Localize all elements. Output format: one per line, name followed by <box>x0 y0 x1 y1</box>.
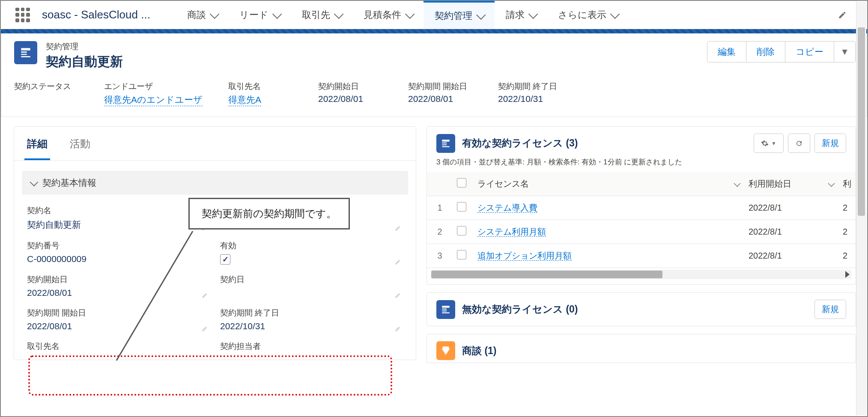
global-nav: 商談 リード 取引先 見積条件 契約管理 請求 さらに表示 <box>176 1 838 29</box>
field-label: 契約番号 <box>27 240 210 251</box>
edit-pencil-icon[interactable] <box>838 11 847 19</box>
opportunity-icon <box>436 341 455 360</box>
field-contract-name: 契約名 契約自動更新 <box>22 201 215 236</box>
col-label: 利用開始日 <box>749 178 791 190</box>
header-summary-fields: 契約ステータス エンドユーザ 得意先Aのエンドユーザ 取引先名 得意先A 契約開… <box>14 81 856 106</box>
select-all-checkbox[interactable] <box>457 178 466 188</box>
col-license-name[interactable]: ライセンス名 <box>473 172 744 196</box>
nav-tab-quote[interactable]: 見積条件 <box>352 1 424 29</box>
field-label: エンドユーザ <box>104 81 203 92</box>
app-name: soasc - SalesCloud ... <box>42 8 150 21</box>
license-link[interactable]: 追加オプション利用月額 <box>477 251 572 261</box>
app-launcher-icon[interactable] <box>15 8 30 22</box>
field-label: 契約開始日 <box>27 274 210 285</box>
field-period-end: 契約期間 終了日 2022/10/31 <box>215 303 408 337</box>
field-contract-number: 契約番号 C-0000000009 <box>22 236 215 270</box>
scrollbar-thumb[interactable] <box>431 271 662 278</box>
nav-tab-more[interactable]: さらに表示 <box>547 1 629 29</box>
field-period-end: 契約期間 終了日 2022/10/31 <box>498 81 562 106</box>
field-start-date: 契約開始日 2022/08/01 <box>318 81 382 106</box>
field-link[interactable]: 得意先A <box>228 94 261 106</box>
nav-label: 請求 <box>506 9 525 21</box>
cell-start-date: 2022/8/1 <box>744 244 838 268</box>
field-link[interactable]: 得意先Aのエンドユーザ <box>104 94 203 106</box>
edit-button[interactable]: 編集 <box>707 41 746 63</box>
related-invalid-licenses: 無効な契約ライセンス (0) 新規 <box>427 292 856 326</box>
sort-icon <box>828 180 835 187</box>
nav-tab-billing[interactable]: 請求 <box>495 1 547 29</box>
col-label: ライセンス名 <box>477 178 529 190</box>
field-contract-date: 契約日 <box>215 270 408 303</box>
field-status: 契約ステータス <box>14 81 78 106</box>
field-label: 契約期間 終了日 <box>498 81 562 92</box>
new-button[interactable]: 新規 <box>814 134 846 153</box>
scrollbar-thumb[interactable] <box>858 27 865 216</box>
license-link[interactable]: システム導入費 <box>477 203 537 213</box>
chevron-down-icon <box>405 9 415 19</box>
card-title[interactable]: 無効な契約ライセンス (0) <box>462 303 578 316</box>
row-checkbox[interactable] <box>457 202 466 211</box>
col-extra[interactable]: 利 <box>838 172 856 196</box>
field-label: 契約日 <box>220 274 403 285</box>
nav-tab-lead[interactable]: リード <box>228 1 291 29</box>
field-active: 有効 <box>215 236 408 270</box>
copy-button[interactable]: コピー <box>785 41 834 63</box>
field-value: 2022/08/01 <box>27 321 210 331</box>
chevron-down-icon <box>210 9 220 19</box>
inline-edit-icon[interactable] <box>201 291 209 299</box>
table-row: 2 システム利用月額 2022/8/1 2 <box>427 220 856 244</box>
chevron-down-icon <box>476 10 486 20</box>
table-header-row: ライセンス名 利用開始日 利 <box>427 172 856 196</box>
nav-tab-contract[interactable]: 契約管理 <box>424 1 495 29</box>
tab-activity[interactable]: 活動 <box>67 132 93 160</box>
inline-edit-icon[interactable] <box>394 325 402 332</box>
field-account-name: 取引先名 <box>22 337 215 360</box>
nav-label: 見積条件 <box>364 9 401 21</box>
scroll-right-icon <box>845 271 850 278</box>
col-start-date[interactable]: 利用開始日 <box>744 172 838 196</box>
row-index: 2 <box>427 220 453 244</box>
record-icon <box>14 41 37 64</box>
license-link[interactable]: システム利用月額 <box>477 227 546 237</box>
nav-label: リード <box>239 9 268 21</box>
delete-button[interactable]: 削除 <box>746 41 785 63</box>
chevron-down-icon <box>334 9 344 19</box>
gear-icon <box>761 140 769 147</box>
inline-edit-icon[interactable] <box>394 224 402 232</box>
settings-button[interactable]: ▼ <box>754 134 784 153</box>
field-period-start: 契約期間 開始日 2022/08/01 <box>22 303 215 337</box>
col-label: 利 <box>843 179 851 188</box>
nav-tab-opportunity[interactable]: 商談 <box>176 1 228 29</box>
chevron-down-icon <box>272 9 282 19</box>
field-label: 契約期間 開始日 <box>408 81 472 92</box>
field-start-date: 契約開始日 2022/08/01 <box>22 270 215 303</box>
field-value: 契約自動更新 <box>27 219 210 231</box>
nav-label: 商談 <box>187 9 206 21</box>
inline-edit-icon[interactable] <box>201 325 209 332</box>
field-label: 取引先名 <box>27 341 210 352</box>
inline-edit-icon[interactable] <box>394 258 402 265</box>
nav-label: 取引先 <box>302 9 330 21</box>
field-value: 2022/08/01 <box>27 288 210 298</box>
inline-edit-icon[interactable] <box>394 291 402 299</box>
card-title[interactable]: 商談 (1) <box>462 344 497 357</box>
brand-band <box>1 29 867 33</box>
tab-detail[interactable]: 詳細 <box>24 132 50 160</box>
vertical-scrollbar[interactable] <box>856 2 866 415</box>
checkbox-checked-icon <box>220 254 230 265</box>
row-checkbox[interactable] <box>457 226 466 235</box>
field-value: 2022/08/01 <box>408 94 472 104</box>
horizontal-scrollbar[interactable] <box>431 270 851 279</box>
cell-start-date: 2022/8/1 <box>744 196 838 220</box>
section-basic-info[interactable]: 契約基本情報 <box>22 171 408 195</box>
refresh-button[interactable] <box>788 134 810 153</box>
row-index: 3 <box>427 244 453 268</box>
related-list-icon <box>436 134 455 153</box>
card-title[interactable]: 有効な契約ライセンス (3) <box>462 137 578 150</box>
more-actions-button[interactable]: ▼ <box>834 41 856 63</box>
row-checkbox[interactable] <box>457 250 466 259</box>
record-title: 契約自動更新 <box>46 53 123 71</box>
chevron-down-icon <box>528 9 538 19</box>
new-button[interactable]: 新規 <box>814 300 846 319</box>
nav-tab-account[interactable]: 取引先 <box>291 1 352 29</box>
